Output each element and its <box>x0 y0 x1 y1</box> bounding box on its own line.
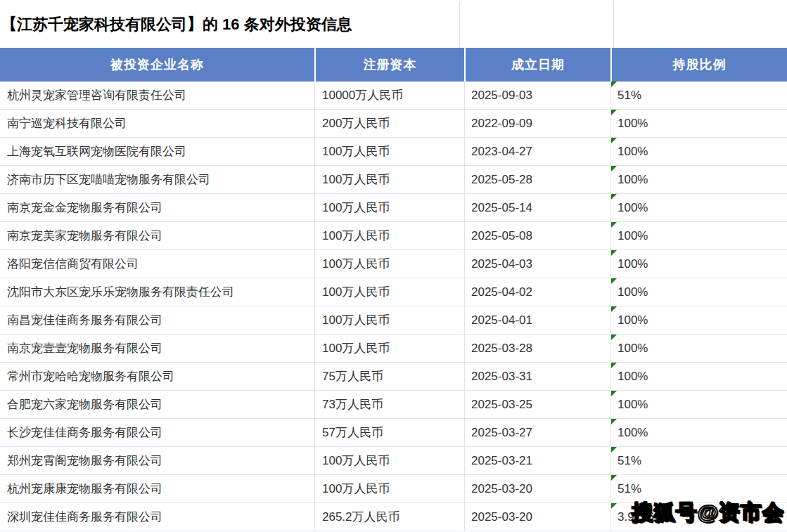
registered-capital-cell[interactable]: 100万人民币 <box>314 335 464 362</box>
shareholding-ratio-cell[interactable]: 100% <box>610 250 787 278</box>
registered-capital-text: 73万人民币 <box>322 396 383 413</box>
established-date-cell[interactable]: 2025-03-31 <box>464 363 610 390</box>
error-flag-icon <box>611 363 617 368</box>
established-date-cell[interactable]: 2025-04-02 <box>464 278 610 306</box>
title-row: 【江苏千宠家科技有限公司】的 16 条对外投资信息 <box>0 1 787 48</box>
registered-capital-cell[interactable]: 100万人民币 <box>314 475 464 502</box>
column-header-established-date[interactable]: 成立日期 <box>464 48 610 82</box>
company-name-text: 杭州灵宠家管理咨询有限责任公司 <box>7 87 186 103</box>
company-name-cell[interactable]: 上海宠氧互联网宠物医院有限公司 <box>0 138 314 165</box>
shareholding-ratio-text: 100% <box>618 201 648 215</box>
company-name-cell[interactable]: 南昌宠佳佳商务服务有限公司 <box>0 306 314 334</box>
established-date-cell[interactable]: 2025-09-03 <box>464 82 610 109</box>
established-date-cell[interactable]: 2025-05-08 <box>464 222 610 249</box>
registered-capital-cell[interactable]: 100万人民币 <box>314 166 464 193</box>
column-header-registered-capital[interactable]: 注册资本 <box>314 48 464 82</box>
established-date-cell[interactable]: 2025-04-01 <box>464 306 610 334</box>
table-row: 南京宠美家宠物服务有限公司 100万人民币 2025-05-08 100% <box>0 222 787 250</box>
shareholding-ratio-cell[interactable]: 100% <box>610 166 787 193</box>
column-header-shareholding-ratio[interactable]: 持股比例 <box>610 48 787 82</box>
company-name-text: 合肥宠六家宠物服务有限公司 <box>7 396 162 413</box>
page-title: 【江苏千宠家科技有限公司】的 16 条对外投资信息 <box>1 1 352 48</box>
company-name-cell[interactable]: 郑州宠霄阁宠物服务有限公司 <box>0 447 314 474</box>
established-date-cell[interactable]: 2025-03-20 <box>464 475 610 502</box>
company-name-cell[interactable]: 南京宠美家宠物服务有限公司 <box>0 222 314 249</box>
established-date-text: 2025-05-14 <box>471 201 532 215</box>
company-name-cell[interactable]: 杭州宠康康宠物服务有限公司 <box>0 475 314 502</box>
registered-capital-text: 100万人民币 <box>322 340 390 356</box>
established-date-cell[interactable]: 2025-03-25 <box>464 391 610 418</box>
registered-capital-cell[interactable]: 10000万人民币 <box>314 82 464 109</box>
registered-capital-text: 100万人民币 <box>322 228 390 244</box>
shareholding-ratio-cell[interactable]: 100% <box>610 194 787 221</box>
registered-capital-cell[interactable]: 200万人民币 <box>314 110 464 137</box>
registered-capital-cell[interactable]: 100万人民币 <box>314 138 464 165</box>
table-row: 南京宠壹壹宠物服务有限公司 100万人民币 2025-03-28 100% <box>0 335 787 363</box>
established-date-cell[interactable]: 2025-04-03 <box>464 250 610 278</box>
company-name-cell[interactable]: 南京宠金金宠物服务有限公司 <box>0 194 314 221</box>
shareholding-ratio-cell[interactable]: 100% <box>610 306 787 334</box>
company-name-cell[interactable]: 深圳宠佳佳商务服务有限公司 <box>0 503 314 531</box>
shareholding-ratio-cell[interactable]: 100% <box>610 335 787 362</box>
registered-capital-cell[interactable]: 75万人民币 <box>314 363 464 390</box>
company-name-cell[interactable]: 长沙宠佳佳商务服务有限公司 <box>0 419 314 446</box>
shareholding-ratio-cell[interactable]: 100% <box>610 419 787 446</box>
established-date-cell[interactable]: 2023-04-27 <box>464 138 610 165</box>
shareholding-ratio-cell[interactable]: 100% <box>610 391 787 418</box>
shareholding-ratio-cell[interactable]: 100% <box>610 222 787 249</box>
shareholding-ratio-cell[interactable]: 51% <box>610 82 787 109</box>
company-name-text: 南京宠美家宠物服务有限公司 <box>7 228 162 244</box>
registered-capital-text: 100万人民币 <box>322 453 390 469</box>
company-name-cell[interactable]: 南京宠壹壹宠物服务有限公司 <box>0 335 314 362</box>
established-date-cell[interactable]: 2025-03-21 <box>464 447 610 474</box>
established-date-cell[interactable]: 2025-03-28 <box>464 335 610 362</box>
company-name-text: 南京宠壹壹宠物服务有限公司 <box>7 340 162 356</box>
shareholding-ratio-cell[interactable]: 100% <box>610 363 787 390</box>
established-date-cell[interactable]: 2025-03-27 <box>464 419 610 446</box>
registered-capital-cell[interactable]: 100万人民币 <box>314 306 464 334</box>
established-date-text: 2025-03-25 <box>471 398 532 412</box>
company-name-cell[interactable]: 合肥宠六家宠物服务有限公司 <box>0 391 314 418</box>
shareholding-ratio-cell[interactable]: 51% <box>610 447 787 474</box>
company-name-cell[interactable]: 沈阳市大东区宠乐乐宠物服务有限责任公司 <box>0 278 314 306</box>
shareholding-ratio-cell[interactable]: 100% <box>610 278 787 306</box>
company-name-cell[interactable]: 常州市宠哈哈宠物服务有限公司 <box>0 363 314 390</box>
company-name-text: 长沙宠佳佳商务服务有限公司 <box>7 424 162 441</box>
registered-capital-text: 75万人民币 <box>322 368 383 384</box>
shareholding-ratio-text: 100% <box>618 426 648 440</box>
established-date-cell[interactable]: 2022-09-09 <box>464 110 610 137</box>
registered-capital-cell[interactable]: 265.2万人民币 <box>314 503 464 531</box>
registered-capital-cell[interactable]: 100万人民币 <box>314 194 464 221</box>
company-name-text: 上海宠氧互联网宠物医院有限公司 <box>7 143 186 160</box>
company-name-text: 南宁巡宠科技有限公司 <box>7 115 127 131</box>
sohu-watermark: 搜狐号@资市会 <box>632 498 784 527</box>
shareholding-ratio-text: 100% <box>618 398 648 412</box>
established-date-text: 2025-04-02 <box>471 285 532 299</box>
company-name-cell[interactable]: 南宁巡宠科技有限公司 <box>0 110 314 137</box>
shareholding-ratio-cell[interactable]: 100% <box>610 138 787 165</box>
established-date-text: 2025-03-21 <box>471 454 532 468</box>
shareholding-ratio-text: 100% <box>618 173 648 187</box>
shareholding-ratio-cell[interactable]: 100% <box>610 110 787 137</box>
column-header-company-name[interactable]: 被投资企业名称 <box>0 48 314 82</box>
company-name-text: 深圳宠佳佳商务服务有限公司 <box>7 509 162 525</box>
established-date-text: 2025-03-27 <box>471 426 532 440</box>
company-name-cell[interactable]: 洛阳宠信信商贸有限公司 <box>0 250 314 278</box>
established-date-cell[interactable]: 2025-03-20 <box>464 503 610 531</box>
registered-capital-cell[interactable]: 100万人民币 <box>314 278 464 306</box>
error-flag-icon <box>611 82 617 87</box>
registered-capital-cell[interactable]: 100万人民币 <box>314 250 464 278</box>
registered-capital-cell[interactable]: 73万人民币 <box>314 391 464 418</box>
error-flag-icon <box>611 447 617 453</box>
established-date-cell[interactable]: 2025-05-14 <box>464 194 610 221</box>
table-row: 沈阳市大东区宠乐乐宠物服务有限责任公司 100万人民币 2025-04-02 1… <box>0 278 787 306</box>
table-row: 洛阳宠信信商贸有限公司 100万人民币 2025-04-03 100% <box>0 250 787 278</box>
table-header: 被投资企业名称 注册资本 成立日期 持股比例 <box>0 48 787 82</box>
company-name-cell[interactable]: 杭州灵宠家管理咨询有限责任公司 <box>0 82 314 109</box>
registered-capital-cell[interactable]: 57万人民币 <box>314 419 464 446</box>
registered-capital-cell[interactable]: 100万人民币 <box>314 222 464 249</box>
company-name-cell[interactable]: 济南市历下区宠喵喵宠物服务有限公司 <box>0 166 314 193</box>
established-date-cell[interactable]: 2025-05-28 <box>464 166 610 193</box>
registered-capital-text: 57万人民币 <box>322 424 383 441</box>
registered-capital-cell[interactable]: 100万人民币 <box>314 447 464 474</box>
